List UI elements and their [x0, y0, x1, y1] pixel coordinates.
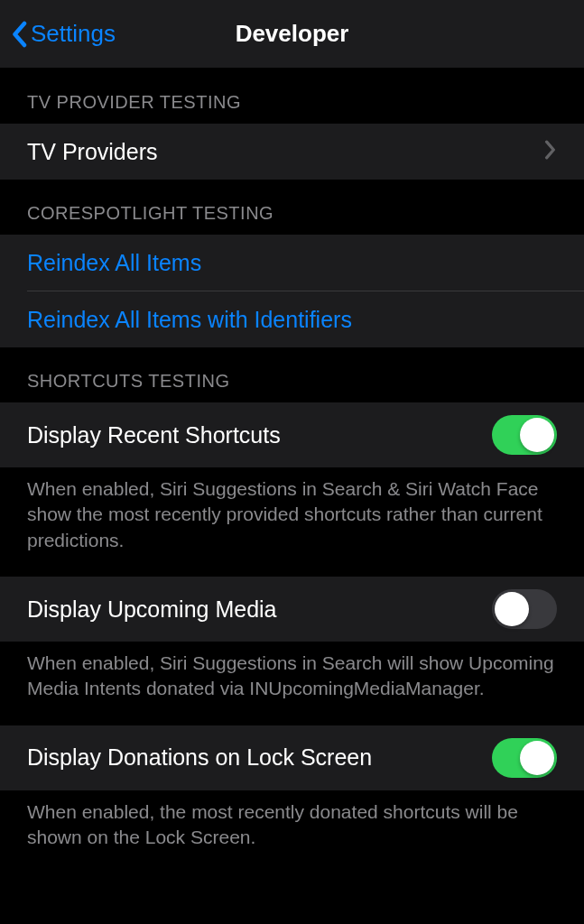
row-display-recent-shortcuts[interactable]: Display Recent Shortcuts: [0, 402, 584, 467]
toggle-knob: [495, 592, 529, 626]
back-button[interactable]: Settings: [0, 20, 116, 48]
footer-display-recent: When enabled, Siri Suggestions in Search…: [0, 467, 584, 577]
chevron-left-icon: [11, 21, 27, 48]
row-label: Display Upcoming Media: [27, 596, 277, 623]
group-donations-lock: Display Donations on Lock Screen: [0, 725, 584, 790]
row-label: Reindex All Items with Identifiers: [27, 307, 352, 333]
back-label: Settings: [31, 20, 116, 48]
group-upcoming-media: Display Upcoming Media: [0, 577, 584, 642]
toggle-knob: [520, 741, 554, 775]
toggle-knob: [520, 418, 554, 452]
row-label: Display Recent Shortcuts: [27, 422, 281, 448]
chevron-right-icon: [544, 139, 557, 165]
row-label: TV Providers: [27, 139, 157, 165]
toggle-display-donations-lock-screen[interactable]: [492, 738, 557, 778]
navbar: Settings Developer: [0, 0, 584, 69]
group-corespotlight: Reindex All Items Reindex All Items with…: [0, 235, 584, 347]
row-tv-providers[interactable]: TV Providers: [0, 124, 584, 180]
toggle-display-recent-shortcuts[interactable]: [492, 415, 557, 455]
group-tv-provider: TV Providers: [0, 124, 584, 180]
section-header-shortcuts: SHORTCUTS TESTING: [0, 347, 584, 402]
footer-donations-lock: When enabled, the most recently donated …: [0, 790, 584, 874]
footer-upcoming-media: When enabled, Siri Suggestions in Search…: [0, 642, 584, 725]
row-display-upcoming-media[interactable]: Display Upcoming Media: [0, 577, 584, 642]
group-display-recent: Display Recent Shortcuts: [0, 402, 584, 467]
section-header-corespotlight: CORESPOTLIGHT TESTING: [0, 180, 584, 235]
row-reindex-all[interactable]: Reindex All Items: [0, 235, 584, 291]
row-label: Reindex All Items: [27, 250, 201, 276]
row-reindex-identifiers[interactable]: Reindex All Items with Identifiers: [0, 291, 584, 347]
page-title: Developer: [236, 20, 349, 48]
section-header-tv-provider: TV PROVIDER TESTING: [0, 69, 584, 124]
row-display-donations-lock-screen[interactable]: Display Donations on Lock Screen: [0, 725, 584, 790]
toggle-display-upcoming-media[interactable]: [492, 589, 557, 629]
row-label: Display Donations on Lock Screen: [27, 744, 372, 771]
